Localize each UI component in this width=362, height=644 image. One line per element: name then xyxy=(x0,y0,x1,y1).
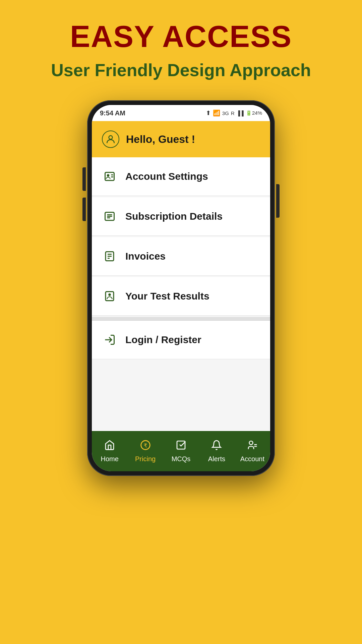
status-icons: ⬆ 📶 3G R ▐▐ 🔋24% xyxy=(206,109,262,117)
alerts-icon xyxy=(211,440,222,453)
subscription-icon xyxy=(102,209,117,224)
menu-item-subscription-details[interactable]: Subscription Details xyxy=(92,197,270,236)
menu-item-invoices[interactable]: Invoices xyxy=(92,237,270,276)
sub-title: User Friendly Design Approach xyxy=(51,60,311,80)
status-time: 9:54 AM xyxy=(100,109,125,117)
page-header: EASY ACCESS User Friendly Design Approac… xyxy=(51,0,311,90)
main-title: EASY ACCESS xyxy=(51,20,311,53)
home-label: Home xyxy=(101,455,119,463)
login-register-label: Login / Register xyxy=(125,334,201,345)
network-icon: R xyxy=(231,110,235,116)
mcqs-label: MCQs xyxy=(172,455,191,463)
invoices-icon xyxy=(102,249,117,264)
test-results-label: Your Test Results xyxy=(125,290,209,302)
subscription-details-label: Subscription Details xyxy=(125,211,223,222)
signal-icon: ⬆ xyxy=(206,109,211,117)
svg-rect-13 xyxy=(106,292,114,301)
login-icon xyxy=(102,332,117,347)
test-results-icon xyxy=(102,288,117,304)
menu-item-login-register[interactable]: Login / Register xyxy=(92,320,270,359)
side-button-vol-down xyxy=(82,198,86,221)
pricing-icon: ₹ xyxy=(140,440,151,453)
nav-item-pricing[interactable]: ₹ Pricing xyxy=(127,440,163,463)
nav-item-account[interactable]: Account xyxy=(235,440,270,463)
svg-text:₹: ₹ xyxy=(143,442,147,448)
phone-frame: 9:54 AM ⬆ 📶 3G R ▐▐ 🔋24% xyxy=(87,100,275,476)
nav-item-home[interactable]: Home xyxy=(92,440,127,463)
invoices-label: Invoices xyxy=(125,251,166,262)
menu-list: Account Settings Subscription Details xyxy=(92,157,270,431)
nav-item-mcqs[interactable]: MCQs xyxy=(163,440,199,463)
greeting-text: Hello, Guest ! xyxy=(126,133,195,146)
status-bar: 9:54 AM ⬆ 📶 3G R ▐▐ 🔋24% xyxy=(92,105,270,121)
phone-wrapper: 9:54 AM ⬆ 📶 3G R ▐▐ 🔋24% xyxy=(87,100,275,476)
account-nav-icon xyxy=(247,440,258,453)
side-button-power xyxy=(276,184,280,218)
menu-item-test-results[interactable]: Your Test Results xyxy=(92,277,270,316)
mobile-data-icon: 3G xyxy=(222,110,229,116)
account-card-icon xyxy=(102,169,117,184)
svg-point-0 xyxy=(109,136,113,139)
alerts-label: Alerts xyxy=(208,455,225,463)
svg-point-14 xyxy=(108,293,111,296)
battery-icon: 🔋24% xyxy=(246,110,262,116)
signal-bars-icon: ▐▐ xyxy=(237,110,244,116)
nav-item-alerts[interactable]: Alerts xyxy=(199,440,234,463)
app-header: Hello, Guest ! xyxy=(92,121,270,157)
mcqs-icon xyxy=(176,440,186,453)
menu-item-account-settings[interactable]: Account Settings xyxy=(92,157,270,196)
menu-separator xyxy=(92,317,270,320)
account-settings-label: Account Settings xyxy=(125,171,208,182)
svg-point-19 xyxy=(249,441,253,445)
pricing-label: Pricing xyxy=(135,455,156,463)
side-button-vol-up xyxy=(82,167,86,191)
bottom-nav: Home ₹ Pricing xyxy=(92,431,270,471)
home-icon xyxy=(104,440,115,453)
phone-screen: 9:54 AM ⬆ 📶 3G R ▐▐ 🔋24% xyxy=(92,105,270,471)
user-avatar-icon xyxy=(102,130,119,148)
svg-rect-18 xyxy=(177,441,185,449)
account-label: Account xyxy=(240,455,264,463)
svg-point-2 xyxy=(107,174,110,177)
wifi-icon: 📶 xyxy=(213,109,220,117)
